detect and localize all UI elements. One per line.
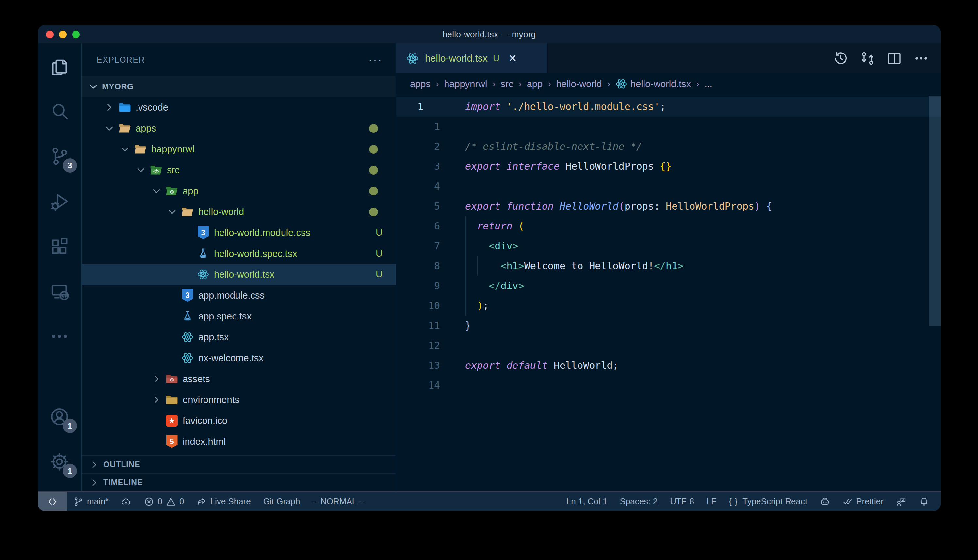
status-formatter-prettier[interactable]: Prettier [836, 492, 890, 511]
status-git-branch[interactable]: main* [67, 492, 115, 511]
breadcrumb-item[interactable]: app [527, 78, 543, 89]
git-modified-dot [369, 187, 378, 195]
line-number: 1 [396, 101, 440, 112]
remote-indicator[interactable] [38, 492, 67, 511]
tree-item-hello-world-spec-tsx[interactable]: hello-world.spec.tsxU [82, 243, 396, 264]
tree-item-hello-world[interactable]: hello-world [82, 202, 396, 222]
code-line[interactable]: 3export interface HelloWorldProps {} [396, 156, 941, 176]
titlebar[interactable]: hello-world.tsx — myorg [38, 25, 941, 43]
activity-source-control-button[interactable]: 3 [44, 141, 75, 172]
status-language-mode[interactable]: { }TypeScript React [722, 492, 813, 511]
code-line[interactable]: 6 return ( [396, 216, 941, 236]
code-line[interactable]: 11} [396, 315, 941, 335]
line-number: 4 [396, 180, 440, 192]
react-icon [181, 352, 194, 364]
status-vim-mode[interactable]: -- NORMAL -- [306, 492, 370, 511]
warning-icon [166, 497, 176, 507]
breadcrumb-item[interactable]: src [501, 78, 513, 89]
activity-explorer-button[interactable] [44, 51, 75, 82]
code-line[interactable]: 5export function HelloWorld(props: Hello… [396, 196, 941, 216]
status-notifications[interactable] [913, 492, 936, 511]
breadcrumb-item[interactable]: apps [410, 78, 431, 89]
status-problems[interactable]: 00 [137, 492, 190, 511]
breadcrumb-item[interactable]: hello-world [556, 78, 602, 89]
code-line[interactable]: 4 [396, 176, 941, 196]
activity-search-button[interactable] [44, 96, 75, 127]
close-tab-icon[interactable]: ✕ [508, 52, 517, 65]
breadcrumb-item[interactable]: hello-world.tsx [615, 78, 691, 90]
file-label: hello-world.module.css [214, 227, 310, 238]
tree-item-hello-world-module-css[interactable]: 3hello-world.module.cssU [82, 222, 396, 243]
bell-icon [919, 497, 930, 507]
activity-extensions-button[interactable] [44, 231, 75, 262]
tree-item-app-spec-tsx[interactable]: app.spec.tsx [82, 306, 396, 327]
code-text: <div> [440, 236, 941, 256]
status-feedback[interactable] [890, 492, 913, 511]
status-cursor-position[interactable]: Ln 1, Col 1 [560, 492, 614, 511]
status-eol[interactable]: LF [700, 492, 722, 511]
status-indentation[interactable]: Spaces: 2 [614, 492, 664, 511]
status-sync[interactable] [115, 492, 137, 511]
code-line[interactable]: 1 [396, 117, 941, 137]
html-icon: 5 [166, 435, 178, 448]
compare-changes-button[interactable] [860, 51, 876, 66]
status-encoding[interactable]: UTF-8 [664, 492, 700, 511]
split-editor-button[interactable] [886, 51, 902, 66]
explorer-more-actions-icon[interactable]: ··· [368, 57, 383, 63]
tab-label: hello-world.tsx [425, 53, 488, 64]
code-line[interactable]: 14 [396, 375, 941, 395]
error-icon [144, 497, 154, 507]
tree-item--vscode[interactable]: .vscode [82, 97, 396, 118]
section-outline[interactable]: OUTLINE [82, 455, 396, 473]
tree-item-favicon-ico[interactable]: ★favicon.ico [82, 410, 396, 431]
code-line[interactable]: 10 ); [396, 296, 941, 315]
code-line[interactable]: 7 <div> [396, 236, 941, 256]
tree-item-app-module-css[interactable]: 3app.module.css [82, 285, 396, 306]
code-line[interactable]: 9 </div> [396, 276, 941, 296]
code-editor[interactable]: 1import './hello-world.module.css';12/* … [396, 95, 941, 491]
activity-bar: 311 [38, 43, 82, 491]
activity-remote-explorer-button[interactable] [44, 276, 75, 307]
tree-item-hello-world-tsx[interactable]: hello-world.tsxU [82, 264, 396, 285]
folder-app-icon: ⚙ [166, 185, 178, 197]
tree-item-nx-welcome-tsx[interactable]: nx-welcome.tsx [82, 348, 396, 368]
tree-item-app-tsx[interactable]: app.tsx [82, 327, 396, 348]
chevron-down-icon [104, 122, 115, 134]
file-label: environments [182, 395, 239, 405]
line-number: 12 [396, 340, 440, 351]
code-line[interactable]: 8 <h1>Welcome to HelloWorld!</h1> [396, 256, 941, 276]
code-line[interactable]: 1import './hello-world.module.css'; [396, 97, 941, 117]
tree-item-happynrwl[interactable]: happynrwl [82, 139, 396, 160]
workspace-section-myorg[interactable]: MYORG [82, 76, 396, 97]
open-timeline-button[interactable] [833, 51, 849, 66]
activity-run-debug-button[interactable] [44, 186, 75, 217]
activity-settings-button[interactable]: 1 [44, 446, 75, 477]
history-icon [833, 62, 849, 67]
breadcrumb-item[interactable]: ... [705, 78, 712, 89]
code-line[interactable]: 2/* eslint-disable-next-line */ [396, 137, 941, 156]
react-icon [615, 78, 627, 90]
code-line[interactable]: 13export default HelloWorld; [396, 355, 941, 375]
tab-hello-world-tsx[interactable]: hello-world.tsx U ✕ [396, 43, 548, 73]
favicon-icon: ★ [166, 415, 178, 427]
tree-item-environments[interactable]: environments [82, 389, 396, 410]
activity-accounts-button[interactable]: 1 [44, 401, 75, 432]
tree-item-assets[interactable]: ⚙assets [82, 368, 396, 389]
code-line[interactable]: 12 [396, 335, 941, 355]
line-number: 7 [396, 240, 440, 252]
status-live-share[interactable]: Live Share [190, 492, 257, 511]
status-git-graph[interactable]: Git Graph [257, 492, 306, 511]
chevron-down-icon [135, 164, 147, 176]
status-copilot[interactable] [813, 492, 836, 511]
tree-item-index-html[interactable]: 5index.html [82, 431, 396, 452]
folder-src-icon: </> [150, 164, 162, 176]
tree-item-src[interactable]: </>src [82, 160, 396, 180]
breadcrumb-item[interactable]: happynrwl [444, 78, 487, 89]
section-timeline[interactable]: TIMELINE [82, 473, 396, 491]
more-actions-button[interactable] [913, 51, 929, 66]
code-text: <h1>Welcome to HelloWorld!</h1> [440, 256, 941, 276]
tree-item-apps[interactable]: apps [82, 118, 396, 139]
file-label: app [182, 186, 198, 197]
activity-more-views-button[interactable] [44, 321, 75, 352]
tree-item-app[interactable]: ⚙app [82, 180, 396, 202]
